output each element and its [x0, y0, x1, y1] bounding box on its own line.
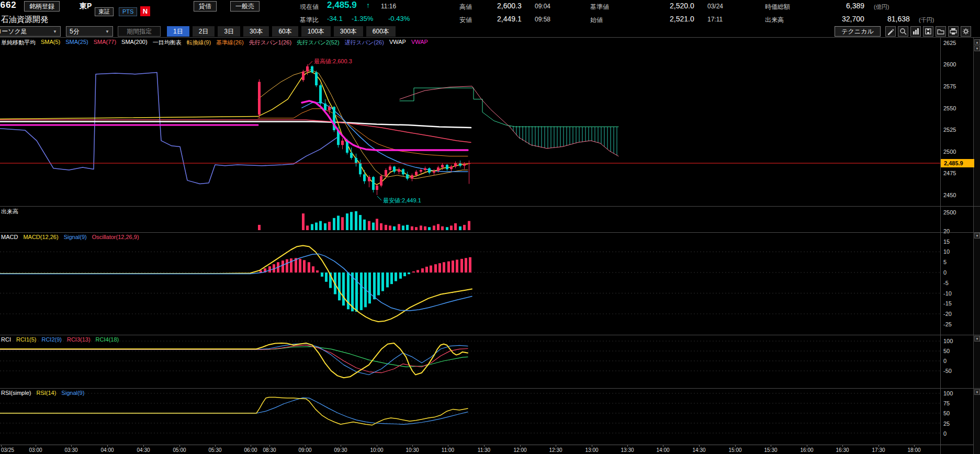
- exchange-tab-pts[interactable]: PTS: [119, 7, 137, 16]
- macd-histogram-bar: [303, 260, 306, 273]
- time-label: 14:30: [692, 447, 705, 453]
- base-price-value: 2,520.0: [670, 2, 694, 10]
- legend-item: SMA(25): [65, 39, 88, 47]
- macd-histogram-bar: [377, 273, 380, 296]
- time-label: 16:00: [800, 447, 813, 453]
- range-button-60本[interactable]: 60本: [272, 26, 298, 37]
- rsi-panel-collapse-button[interactable]: ▼: [974, 389, 980, 395]
- time-tick: [412, 445, 413, 447]
- market-cap-label: 時価総額: [765, 3, 790, 12]
- range-button-100本[interactable]: 100本: [301, 26, 331, 37]
- macd-histogram-bar: [299, 259, 301, 273]
- time-label: 12:00: [513, 447, 526, 453]
- volume-bar: [446, 227, 448, 230]
- time-tick: [1, 445, 2, 447]
- volume-bar: [441, 226, 444, 230]
- legend-item: 基準線(26): [216, 39, 244, 47]
- macd-axis-label: -15: [943, 300, 952, 307]
- volume-bar: [333, 218, 335, 230]
- main-axis-label: 2550: [943, 105, 956, 111]
- legend-item: RSI(simple): [1, 390, 31, 396]
- rci-chart[interactable]: [0, 335, 940, 388]
- time-tick: [735, 445, 736, 447]
- macd-histogram-bar: [465, 258, 467, 273]
- legend-item: SMA(77): [94, 39, 116, 47]
- save-icon[interactable]: [923, 26, 933, 37]
- time-tick: [520, 445, 521, 447]
- margin-trade-button[interactable]: 貸借: [194, 1, 217, 12]
- current-price-time: 11:16: [381, 3, 396, 10]
- rsi-axis-label: 75: [943, 400, 950, 406]
- series-VWAP: [302, 101, 468, 150]
- ichimoku-cloud: [508, 126, 618, 156]
- candle-body: [433, 171, 435, 173]
- range-button-300本[interactable]: 300本: [334, 26, 363, 37]
- series-RCI1(5): [0, 343, 468, 378]
- candle-body: [450, 166, 453, 169]
- price-axis-column: 2625260025752550252525002475245025002015…: [942, 0, 973, 454]
- time-tick: [448, 445, 448, 447]
- high-time: 09:04: [535, 3, 550, 10]
- time-label: 05:30: [208, 447, 221, 453]
- volume-shares: 32,700: [842, 15, 864, 23]
- rsi-chart[interactable]: [0, 389, 940, 445]
- macd-histogram-bar: [403, 273, 406, 276]
- macd-histogram-bar: [438, 263, 441, 273]
- macd-histogram-bar: [290, 258, 292, 273]
- macd-histogram-bar: [443, 262, 445, 273]
- volume-bar: [393, 226, 396, 230]
- time-label: 14:00: [656, 447, 669, 453]
- interval-select[interactable]: 5分 ▼: [66, 26, 113, 37]
- range-button-1日[interactable]: 1日: [167, 26, 189, 37]
- time-label: 05:00: [173, 447, 186, 453]
- macd-histogram-bar: [456, 260, 458, 273]
- scroll-down-button[interactable]: ▼: [974, 46, 980, 51]
- register-stock-button[interactable]: 銘柄登録: [24, 1, 60, 12]
- range-button-600本[interactable]: 600本: [366, 26, 396, 37]
- range-button-3日[interactable]: 3日: [218, 26, 240, 37]
- general-sell-button[interactable]: 一般売: [230, 1, 260, 12]
- pencil-icon[interactable]: [885, 26, 896, 37]
- rci-panel-collapse-button[interactable]: ▼: [974, 336, 980, 342]
- volume-axis-label: 2500: [943, 209, 956, 215]
- main-price-chart[interactable]: 最高値:2,600.3最安値:2,449.1: [0, 38, 940, 206]
- legend-item: SMA(5): [41, 39, 60, 47]
- volume-bar: [315, 223, 318, 231]
- main-axis-label: 2525: [943, 127, 956, 133]
- period-select-button[interactable]: 期間指定: [118, 26, 161, 37]
- time-tick: [627, 445, 628, 447]
- volume-bar: [324, 223, 326, 230]
- time-label: 11:30: [478, 447, 490, 453]
- macd-histogram-bar: [390, 273, 393, 284]
- legend-item: RCI2(9): [41, 336, 62, 343]
- macd-chart[interactable]: [0, 233, 940, 335]
- macd-histogram-bar: [452, 260, 454, 273]
- volume-bar: [406, 225, 409, 230]
- candle-body: [437, 167, 440, 171]
- right-scrollbar: ▲ ▼ ▼ ▼ ▼: [973, 38, 980, 454]
- chart-type-select[interactable]: ローソク足 ▼: [0, 26, 61, 37]
- scroll-up-button[interactable]: ▲: [974, 39, 980, 45]
- volume-chart[interactable]: [0, 207, 940, 232]
- technical-settings-button[interactable]: テクニカル: [835, 26, 881, 37]
- time-tick: [842, 445, 843, 447]
- bar-chart-icon[interactable]: [910, 26, 921, 37]
- candle-body: [415, 172, 418, 175]
- rci-axis-label: 100: [943, 338, 953, 344]
- ticker-code: 1662: [0, 0, 17, 10]
- macd-panel-collapse-button[interactable]: ▼: [974, 233, 980, 239]
- time-label: 17:30: [872, 447, 885, 453]
- candle-body: [319, 85, 322, 104]
- range-button-30本[interactable]: 30本: [243, 26, 269, 37]
- macd-histogram-bar: [360, 273, 363, 310]
- magnifier-icon[interactable]: [898, 26, 908, 37]
- volume-bar: [328, 222, 331, 230]
- range-button-2日[interactable]: 2日: [193, 26, 215, 37]
- legend-item: Signal(9): [64, 234, 87, 240]
- volume-bar: [337, 215, 340, 230]
- n-logo-button[interactable]: N: [140, 6, 150, 16]
- panel-divider: [0, 206, 980, 207]
- main-axis-label: 2450: [943, 192, 956, 198]
- exchange-tab-tse[interactable]: 東証: [95, 7, 114, 16]
- axis-divider: [940, 38, 941, 454]
